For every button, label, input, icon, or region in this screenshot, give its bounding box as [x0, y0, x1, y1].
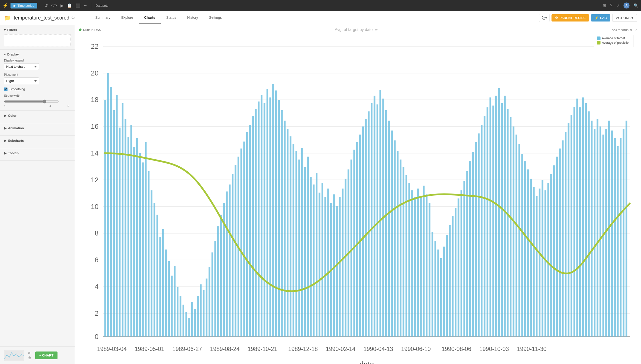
display-title[interactable]: ▾ Display — [4, 52, 71, 56]
display-legend-select[interactable]: Next to chart Inside chart Below chart N… — [4, 63, 39, 70]
tab-summary[interactable]: Summary — [90, 12, 116, 24]
svg-rect-160 — [495, 96, 497, 337]
svg-rect-48 — [171, 276, 173, 337]
nav-tabs: Summary Explore Charts Status History Se… — [90, 12, 227, 24]
search-icon[interactable]: 🔍 — [634, 3, 638, 8]
dataset-title: temperature_test_scored — [14, 15, 69, 21]
svg-rect-189 — [579, 107, 581, 336]
filters-title[interactable]: ▾ Filters — [4, 28, 71, 32]
legend-color-target — [597, 36, 600, 40]
add-chart-button[interactable]: + CHART — [35, 352, 58, 359]
lab-button[interactable]: ⚡ LAB — [591, 14, 610, 22]
actions-label: ACTIONS — [616, 16, 630, 20]
notebook-icon[interactable]: ⬛ — [76, 3, 80, 8]
smoothing-checkbox[interactable] — [4, 88, 8, 91]
delete-icon[interactable]: 🗑 — [28, 356, 31, 360]
user-avatar[interactable]: A — [624, 2, 630, 8]
svg-rect-105 — [336, 206, 338, 336]
svg-rect-182 — [559, 148, 561, 336]
datasets-label[interactable]: Datasets — [96, 4, 108, 8]
svg-rect-49 — [174, 266, 176, 336]
time-series-chart: 22 20 18 16 14 12 10 8 6 4 2 0 — [80, 35, 636, 364]
help-icon[interactable]: ? — [610, 3, 612, 8]
svg-rect-181 — [556, 157, 558, 337]
svg-rect-184 — [565, 132, 566, 336]
copy-icon[interactable]: ⧉ — [28, 351, 31, 355]
svg-text:1990-04-13: 1990-04-13 — [364, 346, 393, 352]
tab-history[interactable]: History — [182, 12, 204, 24]
svg-rect-63 — [214, 241, 216, 336]
svg-rect-158 — [490, 98, 491, 337]
slider-labels: 1 4 5 — [4, 104, 69, 108]
svg-rect-185 — [568, 123, 570, 336]
comment-button[interactable]: 💬 — [539, 14, 550, 22]
svg-text:2: 2 — [95, 310, 98, 317]
svg-rect-148 — [460, 190, 462, 336]
svg-rect-97 — [313, 184, 314, 336]
trending-icon[interactable]: ↗ — [616, 3, 620, 8]
tab-settings[interactable]: Settings — [204, 12, 227, 24]
chart-header: Run: In DSS Avg. of target by date ✏ 723… — [75, 25, 641, 32]
svg-rect-130 — [408, 183, 410, 336]
refresh-records-icon[interactable]: ↺ — [630, 28, 633, 32]
color-arrow-icon: ▶ — [4, 114, 6, 118]
svg-rect-204 — [623, 129, 624, 336]
grid-icon[interactable]: ⊞ — [603, 3, 606, 8]
lab-icon: ⚡ — [594, 16, 598, 20]
svg-rect-174 — [536, 196, 538, 336]
svg-rect-120 — [380, 90, 381, 337]
svg-rect-91 — [296, 151, 297, 336]
svg-rect-177 — [544, 190, 546, 336]
svg-text:14: 14 — [91, 149, 98, 157]
actions-button[interactable]: ACTIONS ▾ — [612, 14, 637, 22]
code-icon[interactable]: </> — [51, 3, 57, 8]
tab-explore[interactable]: Explore — [116, 12, 138, 24]
svg-rect-141 — [440, 258, 442, 336]
run-label: Run: In DSS — [83, 28, 101, 32]
svg-rect-153 — [475, 142, 477, 337]
display-legend-label: Display legend — [4, 59, 71, 62]
svg-rect-87 — [284, 121, 286, 337]
subcharts-title[interactable]: ▶ Subcharts — [4, 139, 71, 142]
svg-rect-157 — [486, 107, 488, 336]
topbar-tab-timeseries[interactable]: ▶ Time series — [10, 3, 37, 8]
svg-rect-171 — [527, 170, 529, 337]
stroke-min-label: 1 — [4, 104, 6, 108]
folder-icon[interactable]: 📁 — [4, 15, 11, 21]
svg-text:18: 18 — [91, 96, 98, 104]
chart-thumbnail[interactable] — [4, 350, 24, 361]
svg-rect-98 — [316, 173, 318, 337]
animation-title[interactable]: ▶ Animation — [4, 126, 71, 130]
svg-rect-147 — [458, 198, 459, 337]
tab-status[interactable]: Status — [161, 12, 182, 24]
run-icon[interactable]: ▶ — [60, 3, 64, 8]
svg-rect-112 — [356, 142, 358, 337]
svg-text:6: 6 — [95, 256, 98, 264]
app-logo: ⚡ — [2, 3, 8, 8]
svg-rect-115 — [365, 119, 367, 337]
deploy-icon[interactable]: 📋 — [67, 3, 72, 8]
svg-text:1989-03-04: 1989-03-04 — [97, 346, 127, 352]
more-icon[interactable]: ··· — [84, 3, 87, 8]
svg-rect-64 — [217, 226, 219, 336]
svg-rect-154 — [478, 134, 480, 337]
svg-rect-191 — [585, 103, 587, 336]
svg-rect-196 — [600, 126, 601, 336]
filter-input-box[interactable] — [4, 34, 71, 46]
tooltip-title[interactable]: ▶ Tooltip — [4, 151, 71, 155]
svg-rect-201 — [614, 138, 616, 336]
settings-icon[interactable]: ⚙ — [71, 16, 75, 20]
stroke-width-slider[interactable] — [4, 100, 59, 104]
edit-title-icon[interactable]: ✏ — [375, 28, 378, 32]
svg-rect-80 — [264, 103, 265, 336]
parent-recipe-button[interactable]: ⚙ PARENT RECIPE — [552, 14, 589, 22]
svg-rect-118 — [374, 96, 376, 337]
svg-rect-116 — [368, 111, 370, 336]
svg-rect-163 — [504, 96, 506, 337]
refresh-icon[interactable]: ↺ — [44, 3, 48, 8]
color-title[interactable]: ▶ Color — [4, 114, 71, 118]
tab-charts[interactable]: Charts — [139, 12, 161, 24]
expand-icon[interactable]: ⤢ — [634, 28, 637, 32]
placement-select[interactable]: Right Left Top Bottom — [4, 78, 39, 84]
svg-rect-202 — [617, 146, 619, 337]
